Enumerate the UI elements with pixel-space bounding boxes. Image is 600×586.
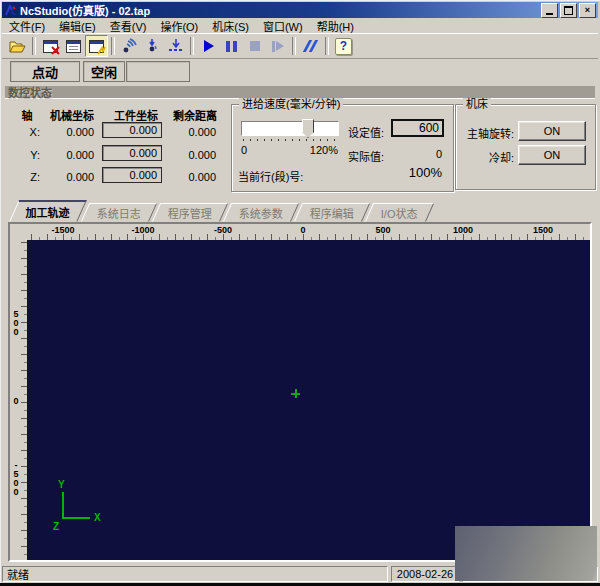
tab-program-edit[interactable]: 程序编辑: [294, 203, 370, 222]
play-icon: [204, 40, 214, 52]
machine-group: 机床 主轴旋转: ON 冷却: ON: [455, 104, 596, 190]
close-icon: ×: [585, 6, 590, 15]
feed-rate-title: 进给速度(毫米/分钟): [239, 98, 343, 110]
minimize-icon: [546, 10, 553, 15]
machine-state-label: 空闲: [83, 61, 125, 82]
toolbar-separator: [190, 37, 194, 55]
toolbar-separator: [111, 37, 115, 55]
open-file-button[interactable]: [6, 35, 29, 57]
y-work-coord[interactable]: 0.000: [102, 145, 162, 161]
h-ruler-label: -500: [214, 225, 232, 235]
slider-ticks: [243, 139, 337, 141]
maximize-icon: [564, 6, 573, 15]
tab-system-params[interactable]: 系统参数: [223, 203, 299, 222]
ncstudio-window: NcStudio(仿真版) - 02.tap × 文件(F) 编辑(E) 查看(…: [0, 0, 600, 586]
status-date: 2008-02-26: [391, 566, 459, 582]
tab-system-log[interactable]: 系统日志: [81, 203, 157, 222]
pause-button[interactable]: [220, 35, 243, 57]
view-tabs: 加工轨迹 系统日志 程序管理 系统参数 程序编辑 I/O状态: [8, 202, 592, 222]
open-folder-icon: [9, 39, 26, 53]
z-work-coord[interactable]: 0.000: [102, 167, 162, 183]
close-file-button[interactable]: [39, 35, 62, 57]
stop-button[interactable]: [243, 35, 266, 57]
maximize-button[interactable]: [560, 3, 577, 18]
feed-rate-group: 进给速度(毫米/分钟) 0 120% 设定值: 600 实际值: 0 100% …: [231, 104, 454, 192]
origin-crosshair: [291, 389, 300, 398]
x-work-coord[interactable]: 0.000: [102, 122, 162, 138]
close-button[interactable]: ×: [579, 3, 596, 18]
coolant-label: 冷却:: [458, 149, 514, 165]
col-header-machine: 机械坐标: [44, 107, 100, 123]
toolbar-separator: [325, 37, 329, 55]
actual-value-label: 实际值:: [348, 148, 384, 164]
axis-x-label: X:: [16, 126, 40, 138]
h-ruler-label: 1500: [533, 225, 553, 235]
stop-icon: [250, 41, 260, 51]
trace-view: -1500 -1000 -500 0 500 1000 1500 500 0 -…: [8, 222, 592, 562]
override-percent: 100%: [380, 165, 442, 180]
menu-machine[interactable]: 机床(S): [205, 17, 256, 35]
set-origin-button[interactable]: [164, 35, 187, 57]
close-file-icon: [43, 40, 58, 53]
slider-min-label: 0: [241, 144, 247, 156]
minimize-button[interactable]: [541, 3, 558, 18]
set-origin-icon: [168, 38, 184, 54]
jog-mode-button[interactable]: 点动: [10, 61, 80, 82]
pause-icon: [226, 41, 237, 52]
tab-io-status[interactable]: I/O状态: [365, 203, 434, 222]
z-machine-coord: 0.000: [42, 171, 94, 183]
h-ruler-label: -1000: [131, 225, 154, 235]
toolbar: ?: [2, 33, 598, 59]
coolant-on-button[interactable]: ON: [518, 145, 586, 165]
menu-bar: 文件(F) 编辑(E) 查看(V) 操作(O) 机床(S) 窗口(W) 帮助(H…: [2, 18, 598, 33]
menu-view[interactable]: 查看(V): [103, 17, 154, 35]
x-machine-coord: 0.000: [42, 126, 94, 138]
menu-help[interactable]: 帮助(H): [310, 17, 361, 35]
feed-override-slider[interactable]: [241, 121, 339, 136]
v-ruler-label: -500: [11, 460, 20, 496]
cnc-status-panel: 轴 机械坐标 工件坐标 剩余距离 X: 0.000 0.000 0.000 Y:…: [2, 99, 598, 202]
col-header-axis: 轴: [14, 107, 40, 123]
machine-origin-icon: [122, 38, 138, 54]
x-axis-line: [62, 517, 90, 519]
menu-file[interactable]: 文件(F): [2, 17, 52, 35]
z-axis-label: Z: [53, 521, 59, 532]
trace-canvas[interactable]: Y X Z: [27, 240, 590, 560]
z-remain-dist: 0.000: [164, 171, 216, 183]
current-line-label: 当前行(段)号:: [238, 168, 303, 184]
editor-view-button[interactable]: [62, 35, 85, 57]
menu-window[interactable]: 窗口(W): [256, 17, 310, 35]
single-step-button[interactable]: [266, 35, 289, 57]
menu-edit[interactable]: 编辑(E): [52, 17, 103, 35]
horizontal-ruler: -1500 -1000 -500 0 500 1000 1500: [27, 224, 590, 240]
tab-trace[interactable]: 加工轨迹: [9, 200, 87, 222]
x-remain-dist: 0.000: [164, 126, 216, 138]
machine-origin-button[interactable]: [118, 35, 141, 57]
trace-view-button[interactable]: [85, 35, 108, 57]
set-value-field[interactable]: 600: [391, 119, 444, 137]
tab-program-manage[interactable]: 程序管理: [152, 203, 228, 222]
actual-value: 0: [420, 148, 442, 160]
axis-y-label: Y:: [16, 149, 40, 161]
simulate-button[interactable]: [299, 35, 322, 57]
status-message: 就绪: [2, 566, 388, 582]
message-field: [126, 61, 190, 82]
vertical-ruler: 500 0 -500: [10, 240, 27, 560]
help-button[interactable]: ?: [332, 35, 355, 57]
spindle-on-button[interactable]: ON: [518, 121, 586, 141]
y-machine-coord: 0.000: [42, 149, 94, 161]
set-value-label: 设定值:: [348, 124, 384, 140]
toolbar-separator: [32, 37, 36, 55]
menu-operate[interactable]: 操作(O): [153, 17, 205, 35]
app-icon: [4, 4, 17, 17]
y-axis-label: Y: [58, 479, 65, 490]
workpiece-origin-button[interactable]: [141, 35, 164, 57]
simulate-icon: [306, 40, 315, 52]
v-ruler-label: 0: [11, 396, 20, 405]
h-ruler-label: 500: [375, 225, 390, 235]
y-remain-dist: 0.000: [164, 149, 216, 161]
col-header-remain: 剩余距离: [168, 107, 222, 123]
start-button[interactable]: [197, 35, 220, 57]
slider-max-label: 120%: [306, 144, 338, 156]
x-axis-label: X: [94, 512, 101, 523]
